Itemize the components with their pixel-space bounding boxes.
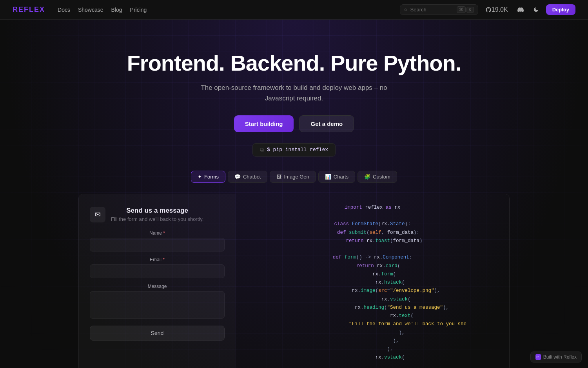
theme-toggle[interactable] <box>531 5 541 14</box>
message-textarea[interactable] <box>90 291 225 319</box>
k-key: K <box>466 7 474 13</box>
code-line-11: rx.image(src="/envelope.png"), <box>247 287 498 295</box>
nav-blog[interactable]: Blog <box>111 7 122 13</box>
demo-preview-header: ✉ Send us a message Fill the form and we… <box>90 207 225 222</box>
code-line-14: rx.text( <box>247 312 498 320</box>
github-button[interactable]: 19.0K <box>483 5 510 15</box>
tab-forms[interactable]: ✦ Forms <box>191 171 225 183</box>
chatbot-icon: 💬 <box>234 174 241 180</box>
code-line-10: rx.hstack( <box>247 279 498 287</box>
hero-section: Frontend. Backend. Pure Python. The open… <box>0 20 588 368</box>
demo-form-subtitle: Fill the form and we'll back to you shor… <box>111 216 203 222</box>
code-line-4: def submit(self, form_data): <box>247 229 498 237</box>
nav-left: REFLEX Docs Showcase Blog Pricing <box>13 5 147 14</box>
code-line-16: ), <box>247 329 498 337</box>
charts-icon: 📊 <box>325 174 331 180</box>
demo-panel: ✉ Send us a message Fill the form and we… <box>78 194 510 368</box>
code-line-5: return rx.toast(form_data) <box>247 237 498 245</box>
email-required: * <box>163 257 165 262</box>
imagegen-icon: 🖼 <box>276 174 281 180</box>
name-field: Name * <box>90 230 225 251</box>
demo-title-block: Send us a message Fill the form and we'l… <box>111 207 203 222</box>
name-label: Name * <box>90 230 225 236</box>
tab-chatbot[interactable]: 💬 Chatbot <box>228 171 268 183</box>
email-label: Email * <box>90 257 225 262</box>
hero-subtext: The open-source framework to build and d… <box>196 82 392 104</box>
email-field: Email * <box>90 257 225 278</box>
discord-button[interactable] <box>515 5 526 15</box>
tab-charts[interactable]: 📊 Charts <box>318 171 355 183</box>
code-line-12: rx.vstack( <box>247 295 498 304</box>
custom-icon: 🧩 <box>364 174 370 180</box>
nav-right: ⌘ K 19.0K Deploy <box>400 4 575 15</box>
forms-icon: ✦ <box>198 174 202 180</box>
chatbot-label: Chatbot <box>243 174 261 180</box>
custom-label: Custom <box>373 174 390 180</box>
search-shortcut: ⌘ K <box>457 6 474 13</box>
code-line-15: "Fill the form and we'll back to you she <box>247 320 498 328</box>
charts-label: Charts <box>334 174 348 180</box>
code-line-8: return rx.card( <box>247 262 498 270</box>
pip-command: ⧉ $ pip install reflex <box>252 143 336 157</box>
forms-label: Forms <box>204 174 219 180</box>
pip-command-text: $ pip install reflex <box>267 147 328 153</box>
envelope-icon: ✉ <box>90 207 105 222</box>
footer-badge-label: Built with Reflex <box>543 354 577 360</box>
hero-headline: Frontend. Backend. Pure Python. <box>8 51 580 75</box>
deploy-button[interactable]: Deploy <box>546 4 575 15</box>
start-building-button[interactable]: Start building <box>234 115 294 132</box>
code-line-6 <box>247 245 498 253</box>
moon-icon <box>533 7 539 13</box>
demo-tabs: ✦ Forms 💬 Chatbot 🖼 Image Gen 📊 Charts 🧩… <box>8 171 580 183</box>
name-input[interactable] <box>90 238 225 251</box>
search-bar[interactable]: ⌘ K <box>400 4 478 15</box>
navbar: REFLEX Docs Showcase Blog Pricing ⌘ K 19… <box>0 0 588 20</box>
tab-imagegen[interactable]: 🖼 Image Gen <box>270 171 316 183</box>
message-field: Message <box>90 284 225 320</box>
hero-buttons: Start building Get a demo <box>8 115 580 132</box>
demo-code: import reflex as rx class FormState(rx.S… <box>236 194 509 368</box>
nav-showcase[interactable]: Showcase <box>78 7 103 13</box>
get-demo-button[interactable]: Get a demo <box>299 115 354 132</box>
footer-badge: R Built with Reflex <box>530 352 582 363</box>
discord-icon <box>517 7 524 13</box>
code-line-7: def form() -> rx.Component: <box>247 253 498 262</box>
cmd-key: ⌘ <box>457 6 466 13</box>
imagegen-label: Image Gen <box>284 174 309 180</box>
message-label: Message <box>90 284 225 289</box>
name-required: * <box>163 230 165 236</box>
tab-custom[interactable]: 🧩 Custom <box>358 171 397 183</box>
code-line-19: rx.vstack( <box>247 353 498 362</box>
code-line-1: import reflex as rx <box>247 204 498 212</box>
demo-form-title: Send us a message <box>111 207 203 215</box>
code-line-9: rx.form( <box>247 270 498 279</box>
code-line-18: ), <box>247 345 498 353</box>
email-input[interactable] <box>90 264 225 278</box>
code-line-2 <box>247 212 498 220</box>
logo: REFLEX <box>13 5 45 14</box>
nav-pricing[interactable]: Pricing <box>130 7 147 13</box>
copy-icon[interactable]: ⧉ <box>260 147 264 153</box>
search-icon <box>404 7 407 13</box>
nav-links: Docs Showcase Blog Pricing <box>58 7 147 13</box>
code-line-3: class FormState(rx.State): <box>247 220 498 228</box>
svg-text:R: R <box>536 355 539 359</box>
code-line-17: ), <box>247 337 498 345</box>
reflex-badge-icon: R <box>535 354 541 360</box>
star-count: 19.0K <box>492 6 508 13</box>
demo-preview: ✉ Send us a message Fill the form and we… <box>79 194 236 368</box>
svg-point-0 <box>405 9 407 11</box>
code-line-13: rx.heading("Send us a message"), <box>247 304 498 312</box>
send-button[interactable]: Send <box>90 326 225 341</box>
search-input[interactable] <box>410 7 454 13</box>
github-icon <box>485 7 492 13</box>
nav-docs[interactable]: Docs <box>58 7 70 13</box>
